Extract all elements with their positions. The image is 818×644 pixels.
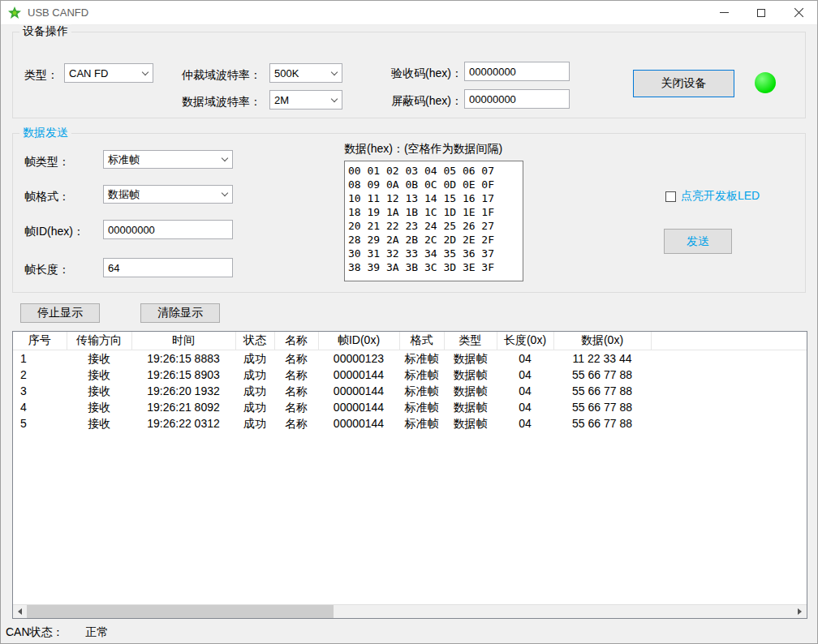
column-header[interactable]: 长度(0x) [497, 332, 553, 350]
column-header[interactable]: 类型 [444, 332, 497, 350]
table-cell: 标准帧 [399, 399, 444, 415]
table-cell: 标准帧 [399, 383, 444, 399]
accept-code-input[interactable] [464, 62, 570, 81]
table-cell: 名称 [274, 350, 318, 367]
scrollbar-track[interactable] [334, 605, 793, 618]
table-row[interactable]: 3接收19:26:20 1932成功名称00000144标准帧数据帧0455 6… [13, 383, 807, 399]
app-window: USB CANFD 设备操作 类型： CAN FD 仲裁域波特率： 500K 验… [0, 0, 818, 644]
table-cell: 00000144 [318, 383, 399, 399]
table-cell: 04 [497, 415, 553, 431]
table-cell: 04 [497, 367, 553, 383]
send-data-input[interactable]: 00 01 02 03 04 05 06 07 08 09 0A 0B 0C 0… [344, 161, 523, 281]
column-header[interactable]: 序号 [13, 332, 67, 350]
mask-code-label: 屏蔽码(hex)： [391, 92, 463, 109]
column-header[interactable]: 数据(0x) [553, 332, 651, 350]
frame-type-label: 帧类型： [24, 153, 70, 170]
close-device-button[interactable]: 关闭设备 [633, 70, 734, 97]
table-cell: 接收 [67, 367, 131, 383]
table-cell: 成功 [235, 350, 274, 367]
table-cell-filler [651, 415, 807, 431]
table-cell: 名称 [274, 383, 318, 399]
table-row[interactable]: 2接收19:26:15 8903成功名称00000144标准帧数据帧0455 6… [13, 367, 807, 383]
chevron-down-icon [217, 193, 232, 195]
column-header[interactable]: 格式 [399, 332, 444, 350]
table-row[interactable]: 5接收19:26:22 0312成功名称00000144标准帧数据帧0455 6… [13, 415, 807, 431]
clear-display-button[interactable]: 清除显示 [140, 303, 220, 323]
table-cell: 11 22 33 44 [553, 350, 651, 367]
table-row[interactable]: 4接收19:26:21 8092成功名称00000144标准帧数据帧0455 6… [13, 399, 807, 415]
table-cell: 2 [13, 367, 67, 383]
table-cell: 19:26:21 8092 [131, 399, 235, 415]
send-group-title: 数据发送 [19, 126, 71, 140]
table-cell: 成功 [235, 367, 274, 383]
chevron-down-icon [327, 72, 342, 75]
scrollbar-thumb[interactable] [27, 605, 334, 618]
table-row[interactable]: 1接收19:26:15 8883成功名称00000123标准帧数据帧0411 2… [13, 350, 807, 367]
column-header[interactable]: 名称 [274, 332, 318, 350]
table-cell-filler [651, 399, 807, 415]
table-cell: 19:26:15 8903 [131, 367, 235, 383]
scroll-left-button[interactable] [13, 605, 27, 618]
frame-id-label: 帧ID(hex)： [24, 223, 84, 239]
table-cell-filler [651, 367, 807, 383]
maximize-button[interactable] [743, 1, 780, 24]
data-baud-select-value: 2M [274, 94, 289, 106]
table-cell: 成功 [235, 399, 274, 415]
triangle-left-icon [18, 608, 22, 615]
data-baud-label: 数据域波特率： [182, 93, 261, 109]
device-operation-group: 设备操作 类型： CAN FD 仲裁域波特率： 500K 验收码(hex)： 关… [12, 32, 806, 118]
window-controls [705, 1, 817, 24]
table-cell: 名称 [274, 367, 318, 383]
horizontal-scrollbar[interactable] [13, 604, 807, 618]
table-cell: 00000144 [318, 415, 399, 431]
frame-length-label: 帧长度： [24, 261, 70, 277]
column-header[interactable]: 传输方向 [67, 332, 131, 350]
table-cell: 00000123 [318, 350, 399, 367]
table-cell: 55 66 77 88 [553, 399, 651, 415]
send-button[interactable]: 发送 [664, 229, 732, 254]
table-cell-filler [651, 350, 807, 367]
column-header[interactable]: 帧ID(0x) [318, 332, 399, 350]
table-cell: 55 66 77 88 [553, 367, 651, 383]
type-select-value: CAN FD [69, 67, 108, 79]
table-cell: 数据帧 [444, 415, 497, 431]
table-cell: 04 [497, 399, 553, 415]
type-label: 类型： [24, 67, 58, 83]
table-cell: 3 [13, 383, 67, 399]
frame-id-input[interactable] [103, 220, 233, 239]
frame-length-input[interactable] [103, 258, 233, 277]
frame-type-select[interactable]: 标准帧 [103, 150, 233, 169]
titlebar: USB CANFD [1, 1, 817, 25]
table-cell: 名称 [274, 399, 318, 415]
column-header[interactable]: 状态 [235, 332, 274, 350]
type-select[interactable]: CAN FD [64, 63, 153, 83]
table-cell: 成功 [235, 415, 274, 431]
table-cell: 19:26:22 0312 [131, 415, 235, 431]
table-cell: 00000144 [318, 367, 399, 383]
table-cell: 19:26:20 1932 [131, 383, 235, 399]
table-cell: 55 66 77 88 [553, 383, 651, 399]
scroll-right-button[interactable] [793, 605, 807, 618]
minimize-button[interactable] [705, 1, 743, 24]
table-cell-filler [651, 383, 807, 399]
arb-baud-select-value: 500K [274, 67, 299, 79]
led-checkbox[interactable] [665, 191, 676, 202]
column-header-filler [651, 332, 807, 350]
chevron-down-icon [138, 72, 153, 75]
table-cell: 成功 [235, 383, 274, 399]
mask-code-input[interactable] [464, 89, 570, 109]
arb-baud-select[interactable]: 500K [269, 63, 342, 83]
led-checkbox-label: 点亮开发板LED [681, 189, 760, 204]
table-cell: 数据帧 [444, 367, 497, 383]
frame-format-select[interactable]: 数据帧 [103, 185, 233, 204]
chevron-down-icon [327, 99, 342, 101]
stop-display-button[interactable]: 停止显示 [20, 303, 100, 323]
table-cell: 数据帧 [444, 399, 497, 415]
arb-baud-label: 仲裁域波特率： [182, 67, 261, 83]
maximize-icon [757, 9, 765, 17]
data-baud-select[interactable]: 2M [269, 90, 342, 109]
data-send-group: 数据发送 帧类型： 标准帧 帧格式： 数据帧 帧ID(hex)： 帧长度： 数据… [12, 133, 806, 293]
triangle-right-icon [798, 608, 802, 615]
close-button[interactable] [780, 1, 817, 24]
column-header[interactable]: 时间 [131, 332, 235, 350]
